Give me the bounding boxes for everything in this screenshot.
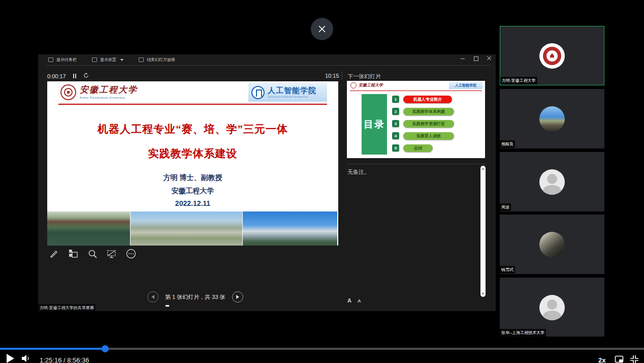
participant-name: 张华--上海工程技术大学 xyxy=(500,329,546,337)
pause-timer-button[interactable] xyxy=(73,74,76,78)
seek-bar[interactable] xyxy=(0,348,644,350)
next-slide-header: 安徽工程大学 人工智能学院 xyxy=(347,81,485,90)
seek-bar-played xyxy=(0,348,105,350)
participant-tile[interactable]: 周波 xyxy=(500,152,604,211)
school-banner: 人工智能学院 xyxy=(449,82,482,89)
previous-slide-button[interactable] xyxy=(147,291,158,302)
clock-display: 10:15 xyxy=(325,73,339,79)
slide-date: 2022.12.11 xyxy=(47,199,338,207)
notes-scrollbar[interactable] xyxy=(480,166,486,297)
magnifier-icon xyxy=(88,249,98,259)
participant-tile[interactable]: 方明-安徽工程大学 xyxy=(500,26,604,85)
participant-tile[interactable]: 钱雪武 xyxy=(500,215,604,274)
university-seal-icon xyxy=(60,84,76,100)
toc-item-label: 实践教学资源打造 xyxy=(403,120,454,128)
pen-icon xyxy=(49,249,58,258)
picture-in-picture-button[interactable] xyxy=(615,355,624,363)
avatar xyxy=(539,169,565,195)
close-window-icon[interactable] xyxy=(486,55,493,62)
toc-item: 2 实践教学体系构建 xyxy=(392,107,454,116)
toc-item-label: 机器人专业简介 xyxy=(403,96,452,103)
show-taskbar-button[interactable]: 显示任务栏 xyxy=(48,57,77,63)
exit-fullscreen-button[interactable] xyxy=(630,355,639,363)
scroll-up-icon xyxy=(481,168,485,170)
participant-tile[interactable]: 张华--上海工程技术大学 xyxy=(500,278,604,337)
end-slideshow-label: 结束幻灯片放映 xyxy=(147,57,175,63)
slideshow-timer: 0:00:17 xyxy=(47,73,89,79)
school-banner: 人工智能学院 School of Artificial Intelligence xyxy=(248,83,327,102)
playback-speed-button[interactable]: 2x xyxy=(598,356,605,363)
university-name-cn: 安徽工程大学 xyxy=(80,84,138,96)
restore-icon[interactable] xyxy=(472,55,479,62)
ellipsis-icon xyxy=(126,249,136,259)
school-logo-icon xyxy=(251,86,265,99)
slide-navigation: 第 1 张幻灯片，共 33 张 xyxy=(147,291,243,302)
toc-title-block: 目录 xyxy=(362,94,387,155)
timer-value: 0:00:17 xyxy=(47,73,66,79)
toc-item-number: 4 xyxy=(392,132,399,139)
zoom-slide-button[interactable] xyxy=(87,248,98,259)
toc-item-number: 5 xyxy=(392,144,399,152)
decrease-font-button[interactable]: A xyxy=(358,298,361,304)
taskbar-icon xyxy=(48,57,53,62)
toc-item-number: 2 xyxy=(392,108,399,115)
campus-lake-photo xyxy=(47,211,130,246)
increase-font-button[interactable]: A xyxy=(347,297,351,304)
black-screen-button[interactable] xyxy=(106,248,117,259)
toc-item: 4 实践育人成效 xyxy=(392,131,454,140)
university-seal-icon xyxy=(350,82,357,88)
next-slide-button[interactable] xyxy=(232,291,243,302)
chevron-down-icon xyxy=(120,59,123,61)
campus-plaza-photo xyxy=(130,211,243,246)
display-settings-icon xyxy=(92,57,97,62)
restart-timer-button[interactable] xyxy=(83,73,89,79)
presenter-view-window: 显示任务栏 显示设置 结束幻灯片放映 0:00:17 10: xyxy=(38,54,496,311)
player-control-bar: 1:25:16 / 8:56:36 2x xyxy=(0,337,644,363)
toc-item-label: 总结 xyxy=(403,144,433,152)
end-slideshow-button[interactable]: 结束幻灯片放映 xyxy=(139,57,175,63)
campus-photo-strip xyxy=(47,211,338,246)
arrow-left-icon xyxy=(151,295,154,299)
participant-name: 钱雪武 xyxy=(500,266,515,274)
toc-item: 3 实践教学资源打造 xyxy=(392,119,454,128)
seek-bar-thumb[interactable] xyxy=(102,345,109,352)
slide-title-line1: 机器人工程专业“赛、培、学”三元一体 xyxy=(47,122,338,136)
header-rule xyxy=(350,90,482,91)
close-icon xyxy=(317,24,327,34)
display-settings-button[interactable]: 显示设置 xyxy=(92,57,123,63)
next-slide-label: 下一张幻灯片 xyxy=(347,73,381,80)
see-all-slides-button[interactable] xyxy=(68,248,79,259)
toc-item-number: 3 xyxy=(392,120,399,127)
participant-name: 周波 xyxy=(500,203,511,211)
play-button[interactable] xyxy=(7,354,14,363)
slide-header: 安徽工程大学 Anhui Polytechnic University 人工智能… xyxy=(47,81,338,104)
more-options-button[interactable] xyxy=(125,248,137,259)
window-controls xyxy=(459,55,493,62)
toolbar-divider xyxy=(46,65,491,66)
pen-tool-button[interactable] xyxy=(48,248,59,259)
current-slide: 安徽工程大学 Anhui Polytechnic University 人工智能… xyxy=(47,81,338,246)
nav-progress-dash xyxy=(166,305,169,307)
notes-font-controls: A A xyxy=(347,297,361,304)
slide-grid-icon xyxy=(69,249,78,259)
participant-tile[interactable]: 熊根良 xyxy=(500,89,604,148)
panel-divider xyxy=(342,72,342,80)
minimize-icon[interactable] xyxy=(459,55,466,62)
time-display: 1:25:16 / 8:56:36 xyxy=(40,356,89,363)
toc-item-label: 实践教学体系构建 xyxy=(403,108,454,115)
next-slide-preview[interactable]: 安徽工程大学 人工智能学院 目录 1 机器人专业简介 2 实践教学体系构建 3 … xyxy=(347,81,485,158)
volume-button[interactable] xyxy=(21,354,31,363)
end-slideshow-icon xyxy=(139,57,144,62)
presenter-affiliation: 安徽工程大学 xyxy=(47,187,338,196)
presenter-toolbar: 显示任务栏 显示设置 结束幻灯片放映 xyxy=(48,57,175,63)
restart-icon xyxy=(83,73,89,78)
compress-icon xyxy=(630,355,639,363)
notes-divider xyxy=(346,164,487,164)
close-overlay-button[interactable] xyxy=(311,18,333,40)
campus-building-photo xyxy=(243,211,337,246)
pip-icon xyxy=(615,355,624,363)
arrow-right-icon xyxy=(236,295,239,299)
toc-item-number: 1 xyxy=(392,96,399,103)
toc-item: 5 总结 xyxy=(392,143,454,153)
show-taskbar-label: 显示任务栏 xyxy=(56,57,77,63)
